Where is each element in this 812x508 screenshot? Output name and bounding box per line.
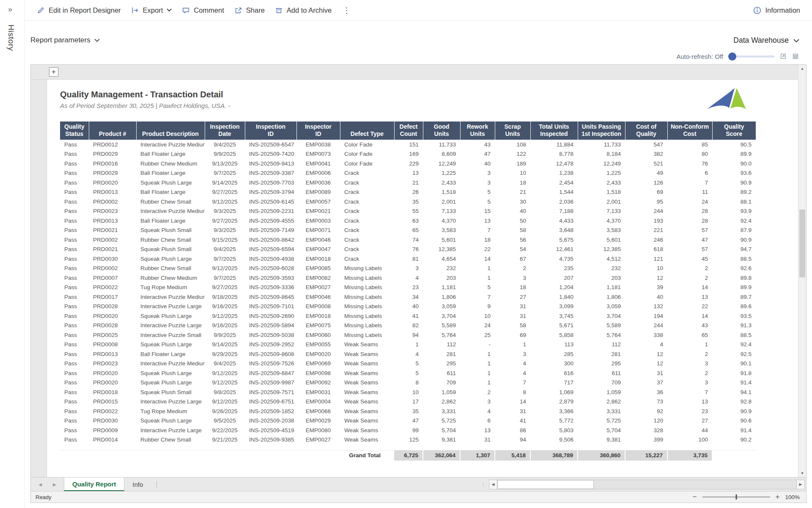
table-cell: 193 [625,216,667,226]
table-cell: EMP0018 [296,311,340,321]
table-cell: 5,601 [578,235,625,245]
report-parameters-toggle[interactable]: Report parameters [30,36,100,44]
table-cell: 3 [667,359,712,369]
share-button[interactable]: Share [234,6,265,14]
history-panel-label[interactable]: History [6,25,16,51]
table-row: PassPRD0030Squeak Plush Large9/5/2025INS… [60,416,756,426]
datasource-dropdown[interactable]: Data Warehouse [733,36,799,45]
empty-cell [205,450,245,461]
splitter-grip-icon[interactable]: ⋮ [480,481,486,488]
table-cell: 1 [667,340,712,350]
next-sheet-icon[interactable]: ▶ [53,482,56,487]
table-cell: 1 [460,264,495,273]
table-cell: 74 [394,235,423,245]
table-cell: 7 [667,387,712,397]
scroll-down-icon[interactable]: ▼ [798,469,806,477]
table-row: PassPRD0016Rubber Chew Medium9/13/2025IN… [60,159,756,168]
auto-refresh-toggle[interactable] [729,55,774,58]
table-cell: 91.4 [712,425,756,435]
table-cell: 18 [460,235,495,245]
scroll-right-icon[interactable]: ▶ [796,480,805,489]
table-cell: 57 [667,226,712,235]
table-cell: 65 [667,330,712,340]
row-header-strip [31,80,47,477]
open-report-icon[interactable] [780,53,787,60]
table-cell: 4,512 [578,254,625,264]
table-cell: 76 [667,159,712,168]
table-cell: PRD0013 [89,216,136,226]
table-cell: 1 [495,340,530,350]
table-cell: Weak Seams [340,416,394,426]
table-cell: PRD0021 [89,245,136,254]
scroll-up-icon[interactable]: ▲ [798,65,806,72]
horizontal-scroll-track[interactable] [497,480,796,489]
horizontal-scrollbar: ⋮ ◀ ▶ [480,478,806,491]
table-cell: 90.6 [712,416,756,426]
toggle-knob[interactable] [728,52,736,61]
zoom-out-button[interactable]: − [693,493,697,501]
table-cell: Ball Floater Large [136,349,205,359]
zoom-slider[interactable] [702,497,770,497]
add-to-archive-button[interactable]: Add to Archive [275,6,332,14]
table-row: PassPRD0021Squeak Plush Small9/4/2025INS… [60,245,756,254]
table-cell: INS-202509-7101 [245,302,296,312]
table-cell: INS-202509-5894 [245,321,296,331]
table-cell: 23 [394,283,423,293]
table-cell: 169 [394,149,423,159]
vertical-scroll-thumb[interactable] [799,210,805,277]
table-cell: Ball Floater Large [136,149,205,159]
tab-divider [156,481,157,488]
table-cell: 121 [625,254,667,264]
table-cell: 281 [578,349,625,359]
table-cell: 5,671 [530,321,578,331]
table-cell: 8 [394,378,423,388]
table-cell: 89.9 [712,283,756,293]
table-cell: PRD0013 [89,188,136,197]
horizontal-scroll-thumb[interactable] [497,480,594,489]
edit-in-designer-button[interactable]: Edit in Report Designer [37,6,121,14]
table-cell: Ball Floater Large [136,216,205,226]
table-cell: 100 [667,435,712,445]
table-view-icon[interactable] [792,53,799,60]
zoom-in-button[interactable]: + [776,493,780,501]
table-cell: 3,331 [578,406,625,416]
table-cell: 41 [394,311,423,321]
table-cell: Squeak Plush Small [136,226,205,235]
comment-button[interactable]: Comment [182,6,224,14]
table-row: PassPRD0007Rubber Chew Medium9/7/2025INS… [60,273,756,283]
grand-total-value: 362,064 [423,450,460,461]
table-cell: 281 [423,349,460,359]
table-cell: 14 [495,397,530,407]
prev-sheet-icon[interactable]: ◀ [38,482,42,487]
table-cell: 28 [667,207,712,216]
expand-outline-button[interactable]: + [49,67,58,77]
table-cell: Missing Labels [340,311,394,321]
table-cell: 2,433 [578,178,625,188]
more-options-button[interactable]: ⋮ [342,6,351,15]
table-cell: EMP0041 [296,159,340,168]
sheet-tab-quality-report[interactable]: Quality Report [64,478,124,491]
zoom-slider-handle[interactable] [735,494,737,500]
table-cell: Ball Floater Large [136,168,205,178]
expand-panel-button[interactable]: » [8,5,12,14]
table-cell: 8,778 [530,149,578,159]
table-cell: 92.4 [712,340,756,350]
table-cell: 9/22/2025 [205,425,245,435]
information-button[interactable]: Information [753,6,800,14]
table-cell: Ball Floater Large [136,188,205,197]
table-cell: 7,133 [423,207,460,216]
table-cell: Crack [340,226,394,235]
table-cell: Pass [60,245,89,254]
vertical-scrollbar[interactable]: ▲ ▼ [798,65,806,477]
table-cell: 24 [667,197,712,207]
table-row: PassPRD0014Rubber Chew Small9/21/2025INS… [60,435,756,445]
sheet-tab-info[interactable]: Info [124,478,151,491]
table-cell: PRD0022 [89,406,136,416]
table-cell: Pass [60,273,89,283]
table-cell: 4,654 [423,254,460,264]
table-cell: PRD0018 [89,387,136,397]
table-cell: 126 [625,178,667,188]
table-cell: 89.9 [712,149,756,159]
export-button[interactable]: Export [131,6,172,14]
scroll-left-icon[interactable]: ◀ [489,480,497,489]
